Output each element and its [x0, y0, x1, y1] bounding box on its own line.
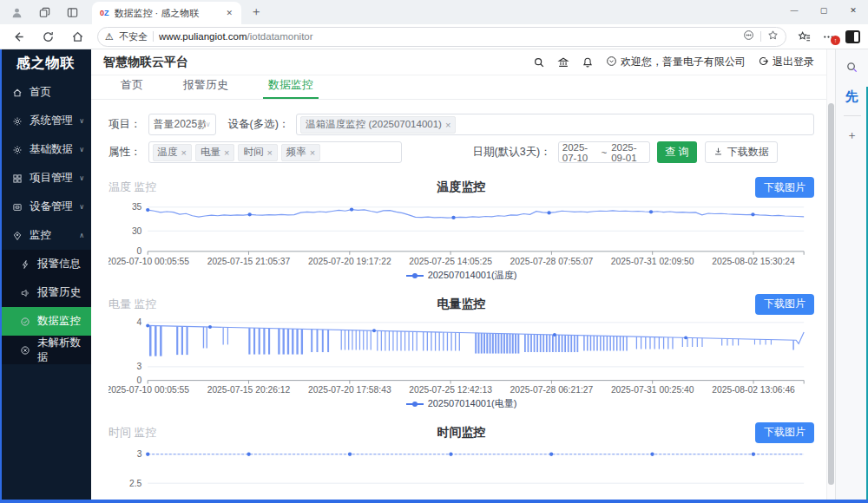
svg-text:3: 3 [137, 449, 142, 459]
app-sidebar: 感之物联 首页系统管理∨基础数据∨项目管理∨设备管理∨监控∧报警信息报警历史数据… [0, 49, 91, 503]
logout-icon [758, 56, 769, 69]
chevron-down-icon: ∨ [206, 121, 211, 128]
workspaces-icon[interactable] [33, 3, 56, 21]
svg-text:30: 30 [132, 226, 142, 236]
tab-actions-icon[interactable] [61, 3, 83, 21]
minimize-button[interactable]: — [779, 0, 809, 21]
sidebar-item-1[interactable]: 系统管理∨ [0, 107, 91, 135]
desktop-edge-bottom [0, 500, 868, 503]
divider [760, 31, 761, 42]
sidebar-subitem-label: 数据监控 [37, 314, 84, 329]
url-text[interactable]: www.puliangiot.com/iotdatamonitor [159, 31, 738, 42]
project-select[interactable]: 普量2025款4... ∨ [148, 114, 216, 135]
page-tab-2[interactable]: 数据监控 [268, 77, 313, 99]
sidebar-item-label: 项目管理 [30, 171, 79, 186]
chevron-down-icon: ∨ [79, 174, 84, 182]
download-image-button[interactable]: 下载图片 [755, 177, 814, 198]
attribute-multiselect[interactable]: 温度×电量×时间×频率× [148, 141, 402, 163]
date-label: 日期(默认3天)： [473, 145, 551, 160]
download-image-button[interactable]: 下载图片 [755, 422, 814, 443]
sidebar-item-3[interactable]: 项目管理∨ [0, 164, 91, 193]
sidebar-item-label: 首页 [30, 85, 84, 100]
monitor-icon [11, 230, 23, 242]
page-tab-0[interactable]: 首页 [121, 77, 143, 99]
tag-close-icon[interactable]: × [266, 147, 272, 158]
close-button[interactable]: ✕ [838, 0, 868, 21]
sidebar-app-icon[interactable]: 先 [842, 86, 863, 107]
svg-text:2.5: 2.5 [129, 478, 142, 487]
gear-icon [11, 115, 23, 127]
tag-close-icon[interactable]: × [224, 147, 229, 158]
not-secure-warning-icon[interactable]: ⚠ [105, 31, 114, 42]
svg-text:0: 0 [137, 376, 142, 385]
refresh-icon[interactable] [36, 27, 59, 46]
sidebar-subitem-3[interactable]: 未解析数据 [0, 336, 91, 364]
alarm-icon [19, 258, 31, 271]
sidebar-subitem-label: 报警信息 [37, 257, 84, 271]
sidebar-submenu: 报警信息报警历史数据监控未解析数据 [0, 250, 91, 364]
svg-text:2025-07-31 00:25:40: 2025-07-31 00:25:40 [611, 385, 694, 395]
download-image-button[interactable]: 下载图片 [755, 294, 814, 315]
new-tab-button[interactable]: ＋ [250, 4, 262, 20]
page-content: 智慧物联云平台 欢迎您，普量电子有限公司 [91, 49, 826, 503]
sidebar-add-icon[interactable]: ＋ [842, 125, 863, 146]
svg-text:2025-07-20 17:58:43: 2025-07-20 17:58:43 [308, 385, 391, 395]
chevron-down-icon: ∨ [79, 146, 84, 154]
sidebar-item-4[interactable]: 设备管理∨ [0, 193, 91, 221]
app-logo: 感之物联 [0, 49, 91, 78]
legend-label: 202507014001(温度) [428, 269, 517, 282]
sidebar-subitem-2[interactable]: 数据监控 [0, 307, 91, 336]
url-bar[interactable]: ⚠ 不安全 www.puliangiot.com/iotdatamonitor [97, 27, 786, 47]
chart-legend[interactable]: 202507014001(温度) [108, 269, 814, 283]
query-button[interactable]: 查 询 [657, 141, 697, 163]
tag-close-icon[interactable]: × [310, 147, 315, 158]
svg-text:2025-07-10 00:05:55: 2025-07-10 00:05:55 [108, 385, 189, 395]
page-scrollbar[interactable] [826, 49, 835, 503]
home-icon[interactable] [66, 27, 89, 46]
browser-tab[interactable]: 0Z 数据监控 · 感之物联 ✕ [92, 2, 241, 24]
sidebar-subitem-label: 报警历史 [37, 285, 84, 300]
bookmark-star-icon[interactable] [767, 29, 779, 44]
sidebar-search-icon[interactable] [842, 56, 863, 77]
divider [153, 31, 154, 42]
user-menu[interactable]: 欢迎您，普量电子有限公司 [606, 55, 746, 69]
maximize-button[interactable]: ▢ [809, 0, 838, 21]
organization-icon[interactable] [557, 56, 569, 69]
sidebar-item-2[interactable]: 基础数据∨ [0, 135, 91, 164]
sidebar-item-0[interactable]: 首页 [0, 78, 91, 107]
sidebar-item-label: 基础数据 [30, 142, 79, 157]
logout-button[interactable]: 退出登录 [758, 55, 814, 69]
page-tab-1[interactable]: 报警历史 [183, 77, 228, 99]
sidebar-subitem-1[interactable]: 报警历史 [0, 278, 91, 307]
back-icon[interactable] [7, 27, 30, 46]
date-range-picker[interactable]: 2025-07-10 ~ 2025-09-01 [558, 141, 650, 163]
sidebar-subitem-0[interactable]: 报警信息 [0, 250, 91, 278]
download-data-button[interactable]: 下载数据 [705, 141, 778, 163]
profile-icon[interactable] [5, 3, 28, 21]
tag-close-icon[interactable]: × [445, 120, 450, 130]
filter-tag: 温度× [153, 144, 192, 161]
tab-close-icon[interactable]: ✕ [224, 7, 234, 19]
date-separator: ~ [601, 147, 607, 158]
settings-menu-icon[interactable]: ↑ [818, 27, 838, 46]
legend-marker-icon [406, 401, 424, 408]
tag-close-icon[interactable]: × [181, 147, 187, 158]
security-label: 不安全 [119, 30, 148, 43]
download-icon [713, 147, 723, 159]
edge-sidebar-rail: 先 ＋ [835, 49, 868, 503]
sidebar-item-5[interactable]: 监控∧ [0, 221, 91, 250]
browser-essentials-icon[interactable] [842, 27, 863, 46]
bell-icon[interactable] [582, 56, 594, 69]
feedback-icon[interactable] [743, 29, 754, 44]
filter-tag: 时间× [238, 144, 277, 161]
chart-legend[interactable]: 202507014001(电量) [108, 397, 814, 411]
legend-marker-icon [406, 272, 424, 279]
chart-section-2: 时间 监控时间监控下载图片32.5 [108, 421, 814, 493]
search-icon[interactable] [533, 56, 545, 69]
browser-toolbar: ⚠ 不安全 www.puliangiot.com/iotdatamonitor … [0, 24, 868, 49]
scrollbar-thumb[interactable] [828, 103, 834, 485]
device-multiselect[interactable]: 温箱温度监控 (202507014001)× [296, 114, 814, 135]
welcome-text: 欢迎您，普量电子有限公司 [621, 55, 746, 69]
favorites-icon[interactable] [793, 27, 814, 46]
chart-title: 时间监控 [247, 425, 675, 441]
